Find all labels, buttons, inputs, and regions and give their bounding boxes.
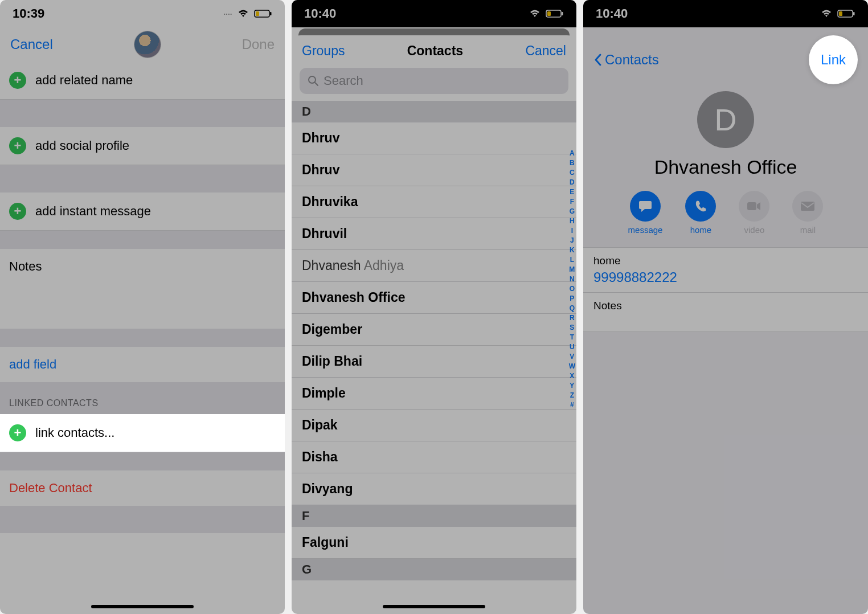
index-letter[interactable]: F bbox=[569, 198, 575, 206]
index-letter[interactable]: R bbox=[569, 314, 575, 322]
svg-rect-9 bbox=[839, 11, 842, 16]
contact-row[interactable]: Dhruvika bbox=[292, 186, 576, 218]
phone-icon bbox=[685, 191, 716, 222]
index-letter[interactable]: G bbox=[569, 207, 575, 215]
wifi-icon bbox=[820, 9, 833, 18]
svg-rect-11 bbox=[747, 202, 756, 210]
delete-contact-row[interactable]: Delete Contact bbox=[0, 470, 285, 506]
call-action[interactable]: home bbox=[685, 191, 716, 235]
contact-row[interactable]: Dhruv bbox=[292, 154, 576, 186]
index-letter[interactable]: W bbox=[569, 362, 575, 370]
linked-contacts-section: LINKED CONTACTS bbox=[0, 382, 285, 414]
index-letter[interactable]: M bbox=[569, 265, 575, 273]
clock: 10:40 bbox=[596, 6, 628, 21]
plus-icon: + bbox=[9, 203, 26, 220]
groups-button[interactable]: Groups bbox=[302, 43, 345, 59]
row-label: link contacts... bbox=[35, 425, 114, 440]
message-action[interactable]: message bbox=[628, 191, 663, 235]
search-input[interactable]: Search bbox=[300, 68, 568, 94]
contact-row[interactable]: Falguni bbox=[292, 527, 576, 559]
screen-contact-link: 10:40 Contacts Link D Dhvanesh Office me… bbox=[583, 0, 868, 614]
add-related-name-row[interactable]: + add related name bbox=[0, 62, 285, 100]
plus-icon: + bbox=[9, 137, 26, 154]
index-letter[interactable]: L bbox=[569, 256, 575, 264]
row-label: add instant message bbox=[35, 204, 151, 219]
index-letter[interactable]: P bbox=[569, 294, 575, 302]
contact-row-selected[interactable]: Dhvanesh Office bbox=[292, 282, 576, 314]
index-letter[interactable]: Z bbox=[569, 391, 575, 399]
phone-number[interactable]: 99998882222 bbox=[593, 269, 858, 285]
video-icon bbox=[739, 191, 769, 222]
home-indicator[interactable] bbox=[91, 605, 194, 608]
status-bar: 10:40 bbox=[292, 0, 576, 27]
index-letter[interactable]: V bbox=[569, 353, 575, 361]
index-letter[interactable]: O bbox=[569, 285, 575, 293]
battery-icon bbox=[546, 9, 564, 18]
contact-avatar[interactable] bbox=[134, 31, 161, 58]
index-section-g: G bbox=[292, 559, 576, 580]
index-letter[interactable]: Y bbox=[569, 382, 575, 390]
index-letter[interactable]: D bbox=[569, 178, 575, 186]
phone-field[interactable]: home 99998882222 bbox=[583, 247, 868, 293]
contact-row[interactable]: Dimple bbox=[292, 378, 576, 410]
index-letter[interactable]: K bbox=[569, 246, 575, 254]
cancel-button[interactable]: Cancel bbox=[10, 36, 53, 52]
index-letter[interactable]: U bbox=[569, 343, 575, 351]
contact-row[interactable]: Digember bbox=[292, 314, 576, 346]
picker-title: Contacts bbox=[407, 43, 463, 59]
index-letter[interactable]: I bbox=[569, 227, 575, 235]
contact-row[interactable]: Dipak bbox=[292, 410, 576, 441]
clock: 10:40 bbox=[304, 6, 336, 21]
plus-icon: + bbox=[9, 424, 26, 441]
home-indicator[interactable] bbox=[383, 605, 485, 608]
link-button[interactable]: Link bbox=[809, 35, 858, 84]
alpha-index[interactable]: ABCDEFGHIJKLMNOPQRSTUVWXYZ# bbox=[569, 149, 575, 409]
action-label: home bbox=[690, 225, 712, 235]
index-letter[interactable]: A bbox=[569, 149, 575, 157]
index-letter[interactable]: X bbox=[569, 372, 575, 380]
cellular-icon: •••• bbox=[224, 11, 232, 17]
contact-row[interactable]: Dilip Bhai bbox=[292, 346, 576, 378]
index-letter[interactable]: J bbox=[569, 236, 575, 244]
index-letter[interactable]: E bbox=[569, 188, 575, 196]
contact-row[interactable]: Divyang bbox=[292, 473, 576, 505]
add-field-row[interactable]: add field bbox=[0, 347, 285, 382]
index-letter[interactable]: # bbox=[569, 401, 575, 409]
index-letter[interactable]: S bbox=[569, 324, 575, 331]
index-letter[interactable]: N bbox=[569, 275, 575, 283]
contact-row-grayed: Dhvanesh Adhiya bbox=[292, 250, 576, 282]
add-instant-message-row[interactable]: + add instant message bbox=[0, 193, 285, 231]
battery-icon bbox=[837, 9, 855, 18]
index-letter[interactable]: H bbox=[569, 217, 575, 225]
done-button[interactable]: Done bbox=[242, 36, 275, 52]
action-label: mail bbox=[800, 225, 816, 235]
mail-action: mail bbox=[792, 191, 823, 235]
contact-header: Contacts Link bbox=[583, 27, 868, 88]
index-section-d: D bbox=[292, 101, 576, 122]
contact-name: Dhvanesh Office bbox=[583, 156, 868, 178]
svg-rect-12 bbox=[801, 202, 814, 211]
mail-icon bbox=[792, 191, 823, 222]
contact-row[interactable]: Dhruv bbox=[292, 122, 576, 154]
notes-field[interactable]: Notes bbox=[0, 249, 285, 329]
contact-row[interactable]: Dhruvil bbox=[292, 218, 576, 250]
index-section-f: F bbox=[292, 505, 576, 527]
contact-row[interactable]: Disha bbox=[292, 441, 576, 473]
notes-field[interactable]: Notes bbox=[583, 292, 868, 332]
index-letter[interactable]: Q bbox=[569, 304, 575, 312]
status-bar: 10:40 bbox=[583, 0, 868, 27]
index-letter[interactable]: T bbox=[569, 333, 575, 341]
link-contacts-row[interactable]: + link contacts... bbox=[0, 414, 285, 452]
wifi-icon bbox=[529, 9, 541, 18]
add-social-profile-row[interactable]: + add social profile bbox=[0, 127, 285, 165]
back-button[interactable]: Contacts bbox=[593, 52, 659, 68]
index-letter[interactable]: C bbox=[569, 169, 575, 177]
svg-point-6 bbox=[309, 76, 316, 83]
cancel-button[interactable]: Cancel bbox=[525, 43, 566, 59]
wifi-icon bbox=[237, 9, 249, 18]
action-label: video bbox=[744, 225, 765, 235]
clock: 10:39 bbox=[13, 6, 44, 21]
row-label: add social profile bbox=[35, 138, 129, 153]
search-placeholder: Search bbox=[324, 73, 363, 88]
index-letter[interactable]: B bbox=[569, 159, 575, 167]
